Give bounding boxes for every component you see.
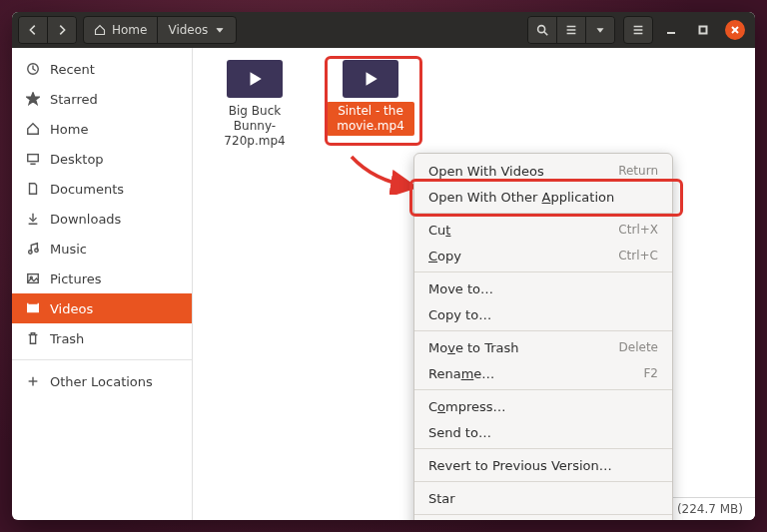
svg-marker-6 bbox=[597, 28, 604, 32]
context-label: Move to Trash bbox=[428, 340, 519, 355]
context-item[interactable]: Open With Other Application bbox=[414, 184, 672, 210]
sidebar: Recent Starred Home Desktop Documents Do… bbox=[12, 48, 193, 520]
play-icon bbox=[246, 70, 264, 88]
svg-point-20 bbox=[35, 249, 39, 253]
sidebar-item-documents[interactable]: Documents bbox=[12, 174, 192, 204]
context-item[interactable]: Copy to… bbox=[414, 301, 672, 327]
sidebar-item-starred[interactable]: Starred bbox=[12, 84, 192, 114]
context-item[interactable]: PropertiesCtrl+I bbox=[414, 518, 672, 520]
context-label: Copy bbox=[428, 249, 461, 264]
context-label: Copy to… bbox=[428, 307, 491, 322]
download-icon bbox=[26, 212, 40, 226]
context-item[interactable]: Star bbox=[414, 485, 672, 511]
context-item[interactable]: Move to TrashDelete bbox=[414, 334, 672, 360]
sidebar-item-music[interactable]: Music bbox=[12, 234, 192, 264]
breadcrumb-home[interactable]: Home bbox=[84, 17, 158, 43]
breadcrumb: Home Videos bbox=[83, 16, 237, 44]
file-item[interactable]: Big Buck Bunny-720p.mp4 bbox=[211, 60, 299, 151]
search-button[interactable] bbox=[528, 17, 556, 43]
view-group bbox=[527, 16, 615, 44]
clock-icon bbox=[26, 62, 40, 76]
svg-rect-11 bbox=[700, 27, 707, 34]
home-icon bbox=[26, 122, 40, 136]
context-separator bbox=[414, 271, 672, 272]
context-menu: Open With VideosReturnOpen With Other Ap… bbox=[413, 153, 673, 520]
home-icon bbox=[94, 24, 106, 36]
sidebar-item-trash[interactable]: Trash bbox=[12, 323, 192, 353]
close-button[interactable] bbox=[725, 20, 745, 40]
svg-rect-16 bbox=[28, 155, 39, 162]
context-shortcut: Return bbox=[618, 164, 658, 178]
svg-point-19 bbox=[29, 251, 33, 255]
svg-rect-23 bbox=[28, 305, 39, 312]
context-item[interactable]: CutCtrl+X bbox=[414, 217, 672, 243]
star-icon bbox=[26, 92, 40, 106]
file-manager-window: Home Videos Recent Starred Home Desktop … bbox=[12, 12, 755, 520]
sidebar-separator bbox=[12, 359, 192, 360]
sidebar-item-home[interactable]: Home bbox=[12, 114, 192, 144]
trash-icon bbox=[26, 331, 40, 345]
sidebar-item-videos[interactable]: Videos bbox=[12, 293, 192, 323]
context-label: Rename… bbox=[428, 366, 494, 381]
breadcrumb-label: Videos bbox=[168, 23, 208, 37]
context-shortcut: Ctrl+X bbox=[618, 223, 658, 237]
context-label: Send to… bbox=[428, 425, 491, 440]
context-item[interactable]: Send to… bbox=[414, 419, 672, 445]
context-label: Star bbox=[428, 491, 455, 506]
context-separator bbox=[414, 448, 672, 449]
file-label: Sintel - the movie.mp4 bbox=[327, 102, 414, 136]
sidebar-item-downloads[interactable]: Downloads bbox=[12, 204, 192, 234]
context-label: Move to… bbox=[428, 281, 493, 296]
window-body: Recent Starred Home Desktop Documents Do… bbox=[12, 48, 755, 520]
play-icon bbox=[362, 70, 380, 88]
music-icon bbox=[26, 242, 40, 256]
context-shortcut: F2 bbox=[643, 366, 658, 380]
context-label: Open With Other Application bbox=[428, 190, 614, 205]
sidebar-item-other[interactable]: Other Locations bbox=[12, 366, 192, 396]
breadcrumb-videos[interactable]: Videos bbox=[158, 17, 236, 43]
titlebar: Home Videos bbox=[12, 12, 755, 48]
context-item[interactable]: CopyCtrl+C bbox=[414, 243, 672, 268]
context-separator bbox=[414, 514, 672, 515]
plus-icon bbox=[26, 374, 40, 388]
doc-icon bbox=[26, 182, 40, 196]
context-shortcut: Delete bbox=[619, 340, 658, 354]
file-label: Big Buck Bunny-720p.mp4 bbox=[211, 102, 299, 151]
minimize-button[interactable] bbox=[661, 20, 681, 40]
svg-marker-27 bbox=[367, 72, 378, 86]
context-item[interactable]: Compress… bbox=[414, 393, 672, 419]
context-label: Revert to Previous Version… bbox=[428, 458, 612, 473]
context-separator bbox=[414, 389, 672, 390]
chevron-down-icon bbox=[214, 24, 226, 36]
context-separator bbox=[414, 213, 672, 214]
svg-marker-0 bbox=[217, 29, 223, 33]
video-icon bbox=[26, 301, 40, 315]
listview-button[interactable] bbox=[556, 17, 585, 43]
context-separator bbox=[414, 481, 672, 482]
breadcrumb-label: Home bbox=[112, 23, 147, 37]
context-shortcut: Ctrl+C bbox=[618, 249, 658, 263]
svg-point-1 bbox=[538, 26, 545, 33]
svg-line-2 bbox=[544, 32, 548, 36]
viewopts-button[interactable] bbox=[585, 17, 614, 43]
sidebar-item-pictures[interactable]: Pictures bbox=[12, 264, 192, 293]
svg-marker-26 bbox=[251, 72, 262, 86]
hamburger-button[interactable] bbox=[623, 16, 653, 44]
context-item[interactable]: Move to… bbox=[414, 275, 672, 301]
context-item[interactable]: Open With VideosReturn bbox=[414, 158, 672, 184]
context-item[interactable]: Revert to Previous Version… bbox=[414, 452, 672, 478]
svg-marker-15 bbox=[27, 93, 39, 104]
back-button[interactable] bbox=[19, 17, 47, 43]
sidebar-item-recent[interactable]: Recent bbox=[12, 54, 192, 84]
video-thumb bbox=[227, 60, 283, 98]
context-item[interactable]: Rename…F2 bbox=[414, 360, 672, 386]
icon-grid: Big Buck Bunny-720p.mp4 Sintel - the mov… bbox=[201, 60, 747, 151]
desktop-icon bbox=[26, 152, 40, 166]
maximize-button[interactable] bbox=[693, 20, 713, 40]
sidebar-item-desktop[interactable]: Desktop bbox=[12, 144, 192, 174]
context-label: Cut bbox=[428, 223, 450, 238]
video-thumb bbox=[343, 60, 398, 98]
file-item[interactable]: Sintel - the movie.mp4 bbox=[327, 60, 414, 151]
forward-button[interactable] bbox=[47, 17, 76, 43]
context-label: Open With Videos bbox=[428, 164, 544, 179]
